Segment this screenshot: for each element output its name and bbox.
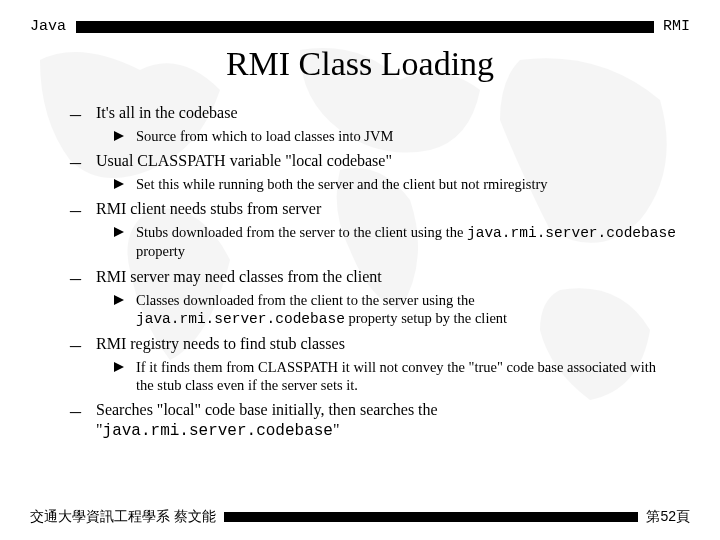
bullet-level1: –RMI client needs stubs from server: [70, 199, 676, 221]
sub-bullet-text: Set this while running both the server a…: [136, 175, 548, 193]
bullet-level1: –It's all in the codebase: [70, 103, 676, 125]
sub-bullet-text: Source from which to load classes into J…: [136, 127, 393, 145]
arrow-icon: [114, 362, 126, 394]
bullet-level1: –RMI server may need classes from the cl…: [70, 267, 676, 289]
bullet-level1: –Usual CLASSPATH variable "local codebas…: [70, 151, 676, 173]
arrow-icon: [114, 227, 126, 260]
bullet-level2: Stubs downloaded from the server to the …: [114, 223, 676, 260]
bullet-text: Usual CLASSPATH variable "local codebase…: [96, 151, 392, 173]
bullet-level1: –RMI registry needs to find stub classes: [70, 334, 676, 356]
bullet-level2: Source from which to load classes into J…: [114, 127, 676, 145]
svg-marker-4: [114, 362, 124, 372]
footer-rule: [224, 512, 639, 522]
sub-bullet-text: Stubs downloaded from the server to the …: [136, 223, 676, 260]
sub-bullet-text: Classes downloaded from the client to th…: [136, 291, 676, 328]
bullet-text: RMI server may need classes from the cli…: [96, 267, 382, 289]
arrow-icon: [114, 295, 126, 328]
header-bar: Java RMI: [0, 0, 720, 35]
arrow-icon: [114, 131, 126, 145]
bullet-text: RMI registry needs to find stub classes: [96, 334, 345, 356]
svg-marker-1: [114, 179, 124, 189]
footer-left: 交通大學資訊工程學系 蔡文能: [30, 508, 216, 526]
bullet-level2: Set this while running both the server a…: [114, 175, 676, 193]
header-left-label: Java: [30, 18, 70, 35]
sub-bullet-text: If it finds them from CLASSPATH it will …: [136, 358, 676, 394]
slide-title: RMI Class Loading: [0, 35, 720, 97]
arrow-icon: [114, 179, 126, 193]
bullet-text: Searches "local" code base initially, th…: [96, 400, 676, 441]
footer-right: 第52頁: [646, 508, 690, 526]
slide-body: –It's all in the codebaseSource from whi…: [0, 103, 720, 441]
dash-icon: –: [70, 334, 84, 356]
svg-marker-0: [114, 131, 124, 141]
bullet-text: RMI client needs stubs from server: [96, 199, 321, 221]
header-rule: [76, 21, 654, 33]
bullet-level1: –Searches "local" code base initially, t…: [70, 400, 676, 441]
svg-marker-2: [114, 227, 124, 237]
dash-icon: –: [70, 151, 84, 173]
dash-icon: –: [70, 103, 84, 125]
bullet-text: It's all in the codebase: [96, 103, 238, 125]
bullet-level2: Classes downloaded from the client to th…: [114, 291, 676, 328]
dash-icon: –: [70, 199, 84, 221]
dash-icon: –: [70, 400, 84, 441]
bullet-level2: If it finds them from CLASSPATH it will …: [114, 358, 676, 394]
dash-icon: –: [70, 267, 84, 289]
svg-marker-3: [114, 295, 124, 305]
header-right-label: RMI: [660, 18, 690, 35]
footer-bar: 交通大學資訊工程學系 蔡文能 第52頁: [30, 508, 690, 526]
